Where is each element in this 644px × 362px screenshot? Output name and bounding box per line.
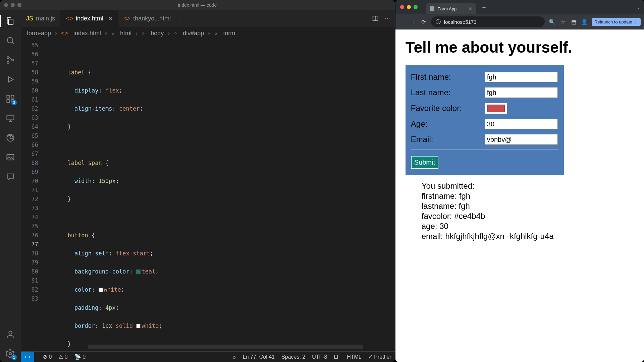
status-eol[interactable]: LF	[334, 354, 340, 360]
source-control-icon[interactable]	[5, 55, 15, 65]
status-formatter[interactable]: ✓ Prettier	[368, 354, 391, 360]
breadcrumb-item[interactable]: body	[151, 30, 164, 37]
vscode-titlebar: index.html — code	[0, 0, 395, 10]
install-icon[interactable]: ⬒	[570, 19, 577, 25]
horizontal-scrollbar[interactable]	[74, 345, 391, 349]
relaunch-button[interactable]: Relaunch to update ⋮	[592, 18, 641, 26]
traffic-close-icon[interactable]	[400, 5, 404, 9]
zoom-icon[interactable]: 🔍	[549, 19, 555, 25]
svg-rect-5	[7, 100, 10, 102]
split-editor-icon[interactable]	[372, 15, 379, 22]
breadcrumb-item[interactable]: form	[223, 30, 235, 37]
output-line: favcolor: #ce4b4b	[422, 211, 634, 221]
form-divider	[411, 149, 558, 150]
traffic-minimize-icon[interactable]	[407, 5, 411, 9]
status-search-icon[interactable]: ⌕	[233, 354, 236, 360]
account-icon[interactable]	[5, 329, 15, 339]
status-errors[interactable]: ⊘ 0	[43, 354, 52, 360]
tabs-menu-icon[interactable]: ⌄	[636, 4, 641, 10]
window-title: index.html — code	[178, 2, 217, 8]
explorer-icon[interactable]	[5, 16, 15, 26]
age-label: Age:	[411, 119, 485, 129]
settings-badge: 1	[11, 355, 17, 360]
svg-point-1	[7, 57, 9, 59]
remote-explorer-icon[interactable]	[5, 113, 15, 123]
line-gutter: 5556575859606162636465666768697071727374…	[21, 40, 44, 351]
page-title: Tell me about yourself.	[406, 38, 634, 56]
settings-gear-icon[interactable]: 1	[5, 349, 15, 359]
profile-icon[interactable]: 👤	[581, 19, 588, 25]
firstname-input[interactable]	[485, 72, 558, 82]
breadcrumb-item[interactable]: html	[120, 30, 131, 37]
browser-tabstrip: Form App ✕ ＋ ⌄	[395, 0, 644, 14]
url-text: localhost:5173	[444, 19, 477, 25]
vscode-window: index.html — code 3 1 JS	[0, 0, 395, 362]
output-line: age: 30	[422, 221, 634, 231]
tab-label: index.html	[76, 15, 103, 22]
more-icon[interactable]: ⋯	[385, 15, 390, 22]
firstname-label: First name:	[411, 72, 485, 82]
svg-point-0	[7, 38, 13, 43]
svg-rect-4	[7, 96, 10, 98]
submission-output: You submitted: firstname: fgh lastname: …	[406, 181, 634, 241]
back-button[interactable]: ←	[399, 19, 406, 25]
tab-label: thankyou.html	[133, 15, 171, 22]
svg-point-2	[7, 61, 9, 63]
svg-rect-7	[11, 96, 14, 98]
form-card: First name: Last name: Favorite color: A…	[406, 65, 564, 175]
svg-rect-10	[7, 155, 14, 160]
bookmark-icon[interactable]: ☆	[559, 19, 566, 25]
browser-window: Form App ✕ ＋ ⌄ ← → ⟳ ⓘ localhost:5173 🔍 …	[395, 0, 644, 362]
svg-point-11	[9, 331, 12, 334]
code-editor[interactable]: 5556575859606162636465666768697071727374…	[21, 40, 395, 351]
run-debug-icon[interactable]	[5, 74, 15, 84]
lastname-input[interactable]	[485, 87, 558, 98]
traffic-close-icon[interactable]	[4, 3, 8, 7]
image-icon[interactable]	[5, 152, 15, 162]
remote-indicator-icon[interactable]	[21, 352, 34, 362]
extensions-icon[interactable]: 3	[5, 94, 15, 104]
output-line: firstname: fgh	[422, 191, 634, 201]
tab-thankyou-html[interactable]: <>thankyou.html	[118, 10, 176, 27]
breadcrumb-item[interactable]: index.html	[73, 30, 101, 37]
editor-tabbar: JSmain.js <>index.html✕ <>thankyou.html …	[21, 10, 395, 27]
edge-icon[interactable]	[5, 133, 15, 143]
tab-index-html[interactable]: <>index.html✕	[61, 10, 118, 27]
site-info-icon[interactable]: ⓘ	[436, 19, 441, 25]
breadcrumb-item[interactable]: form-app	[27, 30, 51, 37]
lastname-label: Last name:	[411, 88, 485, 97]
email-input[interactable]	[485, 134, 558, 145]
browser-tab[interactable]: Form App ✕	[426, 3, 476, 14]
favcolor-label: Favorite color:	[411, 104, 485, 113]
status-warnings[interactable]: ⚠ 0	[58, 354, 67, 360]
page-content: Tell me about yourself. First name: Last…	[395, 29, 644, 362]
browser-tab-title: Form App	[438, 6, 457, 11]
svg-rect-8	[7, 115, 14, 120]
submit-button[interactable]: Submit	[411, 156, 438, 169]
close-icon[interactable]: ✕	[108, 15, 112, 22]
traffic-zoom-icon[interactable]	[17, 3, 21, 7]
breadcrumbs[interactable]: form-app› <>index.html› ⬨html› ⬨body› ⬨d…	[21, 27, 395, 40]
forward-button[interactable]: →	[410, 19, 416, 25]
output-line: lastname: fgh	[422, 201, 634, 211]
comment-icon[interactable]	[5, 172, 15, 182]
svg-point-3	[12, 59, 14, 61]
traffic-zoom-icon[interactable]	[414, 5, 418, 9]
status-radio[interactable]: 📡 0	[74, 354, 86, 360]
reload-button[interactable]: ⟳	[420, 19, 427, 25]
close-icon[interactable]: ✕	[469, 6, 472, 11]
status-language[interactable]: HTML	[347, 354, 362, 360]
tab-main-js[interactable]: JSmain.js	[21, 10, 61, 27]
traffic-minimize-icon[interactable]	[11, 3, 15, 7]
age-input[interactable]	[485, 119, 558, 129]
status-encoding[interactable]: UTF-8	[312, 354, 327, 360]
new-tab-button[interactable]: ＋	[481, 3, 487, 11]
browser-toolbar: ← → ⟳ ⓘ localhost:5173 🔍 ☆ ⬒ 👤 Relaunch …	[395, 14, 644, 29]
status-indent[interactable]: Spaces: 2	[281, 354, 305, 360]
tab-label: main.js	[36, 15, 55, 22]
status-cursor-position[interactable]: Ln 77, Col 41	[243, 354, 275, 360]
favcolor-input[interactable]	[485, 103, 507, 114]
address-bar[interactable]: ⓘ localhost:5173	[431, 16, 545, 27]
search-icon[interactable]	[5, 36, 15, 46]
breadcrumb-item[interactable]: div#app	[183, 30, 204, 37]
